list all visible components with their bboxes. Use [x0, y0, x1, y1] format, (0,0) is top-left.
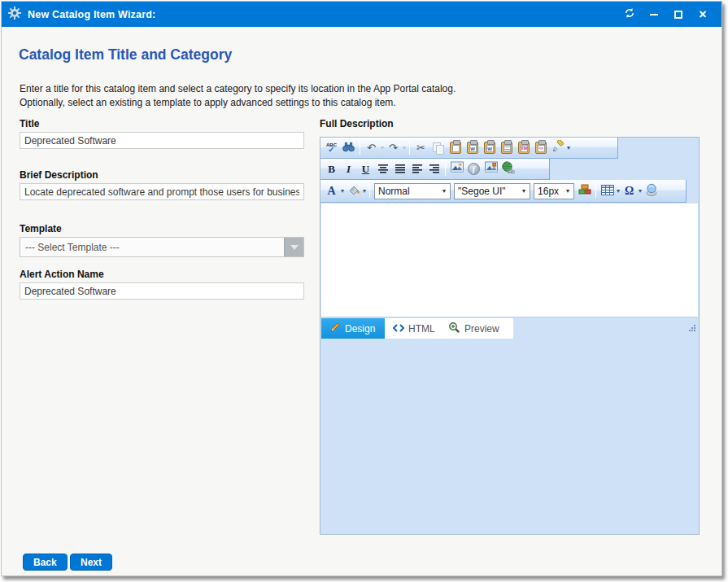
minimize-button[interactable] [642, 4, 666, 25]
insert-symbol-button[interactable]: Ω [621, 182, 638, 199]
align-left-button[interactable] [408, 160, 425, 177]
format-stripper-caret[interactable]: ▾ [567, 144, 570, 151]
close-button[interactable]: × [691, 4, 715, 25]
font-name-value: "Segoe UI" [458, 186, 521, 197]
image-manager-button[interactable] [448, 160, 465, 177]
editor-resize-grip[interactable] [687, 322, 696, 336]
maximize-button[interactable] [666, 4, 691, 25]
font-size-select[interactable]: 16px ▾ [534, 183, 574, 199]
align-right-button[interactable] [425, 160, 442, 177]
paste-plain-text-icon [501, 142, 512, 154]
image-map-editor-button[interactable] [482, 160, 499, 177]
redo-button[interactable]: ↷ [385, 139, 402, 156]
align-left-icon [412, 162, 423, 177]
paste-as-html-button[interactable]: HTML [515, 139, 532, 156]
font-color-caret[interactable]: ▾ [341, 187, 344, 195]
italic-button[interactable]: I [340, 160, 357, 177]
insert-table-button[interactable] [599, 182, 616, 199]
next-button[interactable]: Next [70, 554, 112, 571]
paragraph-style-value: Normal [378, 186, 442, 197]
hyperlink-manager-button[interactable] [499, 160, 517, 177]
background-color-caret[interactable]: ▾ [363, 187, 366, 195]
paste-from-word-strip-font-button[interactable]: W [481, 139, 498, 156]
underline-button[interactable]: U [357, 160, 374, 177]
refresh-icon [624, 7, 635, 22]
find-replace-button[interactable] [340, 139, 357, 156]
chevron-down-icon: ▾ [442, 187, 446, 195]
redo-dropdown-caret[interactable]: ▾ [403, 144, 406, 151]
font-color-button[interactable]: A [323, 182, 340, 199]
cut-button[interactable]: ✂ [412, 139, 429, 156]
paragraph-style-select[interactable]: Normal ▾ [374, 183, 451, 199]
paste-from-word-button[interactable]: W [464, 139, 481, 156]
omega-icon: Ω [625, 185, 634, 198]
paste-plain-text-button[interactable] [498, 139, 515, 156]
editor-toolbar-row-2: B I U [320, 159, 550, 180]
intro-line-1: Enter a title for this catalog item and … [20, 82, 456, 96]
table-icon [601, 184, 614, 199]
paste-as-html-icon: HTML [518, 142, 530, 154]
building-blocks-icon [578, 184, 591, 199]
cut-icon: ✂ [416, 142, 425, 154]
full-description-label: Full Description [320, 118, 394, 129]
undo-icon: ↶ [367, 142, 376, 154]
title-input[interactable] [20, 132, 304, 149]
gear-icon [8, 7, 21, 23]
align-center-button[interactable] [374, 160, 391, 177]
editor-toolbar-row-3: A ▾ ▾ Normal ▾ "Segoe UI" ▾ [320, 180, 687, 203]
close-icon: × [699, 8, 706, 21]
alert-action-name-label: Alert Action Name [20, 269, 104, 280]
chevron-down-icon: ▾ [522, 187, 525, 195]
page-title: Catalog Item Title and Category [19, 46, 232, 63]
tab-preview[interactable]: Preview [440, 318, 513, 339]
font-name-select[interactable]: "Segoe UI" ▾ [454, 183, 530, 199]
align-center-icon [377, 162, 389, 177]
alert-action-name-input[interactable] [20, 282, 304, 300]
undo-dropdown-caret[interactable]: ▾ [381, 144, 384, 151]
wizard-window: New Catalog Item Wizard: × [1, 1, 722, 576]
template-select[interactable]: --- Select Template --- [20, 237, 304, 257]
toolbar-separator [409, 141, 410, 155]
xhtml-validator-button[interactable] [643, 182, 660, 199]
intro-line-2: Optionally, select an existing a templat… [20, 96, 456, 110]
bold-button[interactable]: B [323, 160, 340, 177]
tab-html-label: HTML [408, 323, 435, 335]
paste-button[interactable] [447, 139, 464, 156]
flash-manager-button[interactable]: f [465, 160, 482, 177]
background-color-button[interactable] [345, 182, 362, 199]
align-justify-button[interactable] [391, 160, 408, 177]
copy-icon [433, 142, 443, 154]
insert-symbol-caret[interactable]: ▾ [639, 187, 642, 195]
undo-button[interactable]: ↶ [363, 139, 380, 156]
refresh-button[interactable] [617, 4, 642, 25]
template-dropdown-button[interactable] [284, 238, 303, 256]
title-label: Title [20, 118, 39, 129]
tab-design-label: Design [345, 323, 375, 335]
toolbar-separator [595, 184, 596, 198]
image-icon [450, 161, 464, 177]
rich-text-editor: ABC✓ ↶ ▾ ↷ [320, 137, 700, 535]
toolbar-separator [360, 141, 360, 155]
back-button[interactable]: Back [23, 554, 68, 571]
copy-button[interactable] [429, 139, 447, 156]
font-color-icon: A [327, 185, 335, 198]
template-selected-value: --- Select Template --- [20, 242, 284, 253]
toolbar-separator [369, 184, 370, 198]
paste-html-button[interactable]: <> [532, 139, 549, 156]
redo-icon: ↷ [389, 142, 398, 154]
hyperlink-icon [501, 161, 515, 177]
titlebar: New Catalog Item Wizard: × [2, 2, 721, 27]
brief-description-input[interactable] [20, 183, 304, 200]
magnifier-plus-icon [448, 322, 460, 336]
insert-table-caret[interactable]: ▾ [617, 187, 620, 195]
tab-design[interactable]: Design [321, 318, 385, 339]
spellcheck-button[interactable]: ABC✓ [323, 139, 340, 156]
format-stripper-button[interactable] [549, 139, 566, 156]
editor-content-area[interactable] [321, 203, 698, 317]
window-title: New Catalog Item Wizard: [28, 9, 156, 20]
template-label: Template [20, 223, 62, 234]
paste-from-word-icon: W [467, 142, 478, 154]
tab-html[interactable]: HTML [385, 318, 440, 339]
custom-links-button[interactable] [576, 182, 593, 199]
paint-bucket-icon [347, 184, 360, 199]
